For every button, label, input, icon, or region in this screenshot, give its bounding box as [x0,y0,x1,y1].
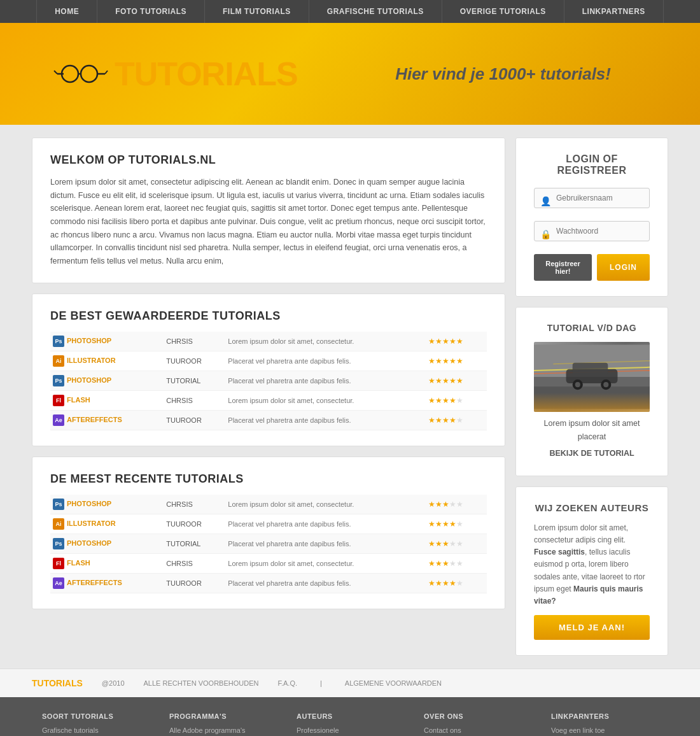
footer-adobe-link[interactable]: Alle Adobe programma's [169,726,276,734]
star-icon: ★ [428,377,435,385]
star-icon: ★ [449,560,456,567]
author-cell: TUUROOR [164,574,225,593]
auteurs-heading: WIJ ZOEKEN AUTEURS [534,502,650,513]
footer-bottom-inner: SOORT TUTORIALS Grafische tutorials Foto… [25,712,675,736]
star-icon: ★ [456,397,463,404]
svg-rect-14 [573,363,608,374]
tutorial-day-caption: Lorem ipsum dolor sit amet placerat [534,417,650,443]
program-name[interactable]: PHOTOSHOP [67,500,111,507]
star-icon: ★ [435,357,442,365]
star-icon: ★ [449,357,456,365]
footer-auteurs-heading: AUTEURS [297,712,403,720]
recent-table: PsPHOTOSHOPCHRSISLorem ipsum dolor sit a… [50,495,487,593]
table-row: PsPHOTOSHOPTUTORIALPlacerat vel pharetra… [50,371,487,391]
desc-cell: Lorem ipsum dolor sit amet, consectetur. [225,391,426,411]
author-cell: CHRSIS [164,391,225,411]
nav-foto[interactable]: FOTO TUTORIALS [97,0,205,23]
username-wrap: 👤 [534,188,650,215]
star-icon: ★ [442,397,449,404]
nav-linkpartners[interactable]: LINKPARTNERS [564,0,664,23]
tutorial-day-heading: TUTORIAL V/D DAG [534,323,650,333]
program-badge: Fl [53,558,64,569]
register-button[interactable]: Registreer hier! [534,254,592,281]
desc-cell: Lorem ipsum dolor sit amet, consectetur. [225,554,426,574]
stars-cell: ★★★★★ [426,391,487,411]
welcome-heading: WELKOM OP TUTORIALS.NL [50,153,487,167]
star-icon: ★ [428,337,435,345]
username-input[interactable] [534,188,650,208]
password-input[interactable] [534,221,650,241]
author-name: TUUROOR [166,520,202,528]
program-name[interactable]: PHOTOSHOP [67,337,111,344]
author-cell: CHRSIS [164,495,225,514]
footer-faq-link[interactable]: F.A.Q. [277,679,297,687]
footer-voorwaarden-link[interactable]: ALGEMENE VOORWAARDEN [345,679,442,687]
star-icon: ★ [449,579,456,587]
rating-stars: ★★★★★ [428,377,463,385]
footer-bottom: SOORT TUTORIALS Grafische tutorials Foto… [0,697,700,736]
footer-professionele-link[interactable]: Professionele [297,726,403,734]
star-icon: ★ [435,397,442,404]
login-button[interactable]: LOGIN [597,254,650,281]
author-cell: CHRSIS [164,554,225,574]
rating-stars: ★★★★★ [428,579,463,587]
star-icon: ★ [435,500,442,508]
footer-logo: TUTORIALS [32,678,83,688]
footer-voeg-link[interactable]: Voeg een link toe [551,726,658,734]
table-row: FlFLASHCHRSISLorem ipsum dolor sit amet,… [50,391,487,411]
best-rated-panel: DE BEST GEWAARDEERDE TUTORIALS PsPHOTOSH… [32,294,505,446]
rating-stars: ★★★★★ [428,560,463,567]
row-desc: Placerat vel pharetra ante dapibus felis… [228,377,351,385]
footer-contact-link[interactable]: Contact ons [424,726,531,734]
tutorial-day-cta[interactable]: BEKIJK DE TUTORIAL [534,447,650,460]
login-buttons: Registreer hier! LOGIN [534,254,650,281]
nav-grafische[interactable]: GRAFISCHE TUTORIALS [309,0,442,23]
stars-cell: ★★★★★ [426,574,487,593]
star-icon: ★ [442,540,449,548]
footer-top-inner: TUTORIALS @2010 ALLE RECHTEN VOORBEHOUDE… [25,678,675,688]
row-desc: Lorem ipsum dolor sit amet, consectetur. [228,337,354,345]
author-cell: TUUROOR [164,351,225,371]
author-name: CHRSIS [166,337,193,345]
footer-logo-accent: IALS [62,678,83,688]
author-cell: TUUROOR [164,411,225,430]
table-row: AeAFTEREFFECTSTUUROORPlacerat vel pharet… [50,411,487,430]
footer-grafische-link[interactable]: Grafische tutorials [42,726,149,734]
desc-cell: Placerat vel pharetra ante dapibus felis… [225,574,426,593]
star-icon: ★ [442,500,449,508]
star-icon: ★ [435,377,442,385]
recent-panel: DE MEEST RECENTE TUTORIALS PsPHOTOSHOPCH… [32,456,505,609]
star-icon: ★ [442,377,449,385]
banner: TUTORIALS Hier vind je 1000+ tutorials! [0,23,700,125]
star-icon: ★ [428,500,435,508]
nav-overige[interactable]: OVERIGE TUTORIALS [442,0,564,23]
program-cell: FlFLASH [50,391,164,411]
best-rated-heading: DE BEST GEWAARDEERDE TUTORIALS [50,309,487,323]
table-row: PsPHOTOSHOPTUTORIALPlacerat vel pharetra… [50,534,487,554]
star-icon: ★ [442,560,449,567]
nav-film[interactable]: FILM TUTORIALS [205,0,309,23]
footer-col-linkpartners: LINKPARNTERS Voeg een link toe Bekijk li… [541,712,668,736]
program-name[interactable]: PHOTOSHOP [67,539,111,547]
program-name[interactable]: FLASH [67,396,90,404]
desc-cell: Placerat vel pharetra ante dapibus felis… [225,534,426,554]
footer-link-heading: LINKPARNTERS [551,712,658,720]
star-icon: ★ [435,416,442,424]
desc-cell: Lorem ipsum dolor sit amet, consectetur. [225,495,426,514]
svg-point-18 [603,382,608,387]
desc-cell: Placerat vel pharetra ante dapibus felis… [225,514,426,534]
nav-home[interactable]: HOME [36,0,97,23]
program-name[interactable]: PHOTOSHOP [67,376,111,384]
program-cell: AiILLUSTRATOR [50,514,164,534]
program-name[interactable]: AFTEREFFECTS [67,416,122,423]
program-name[interactable]: ILLUSTRATOR [67,520,116,527]
meld-button[interactable]: MELD JE AAN! [534,615,650,640]
login-panel: LOGIN OF REGISTREER 👤 🔒 Registreer hier!… [515,138,668,297]
star-icon: ★ [456,560,463,567]
stars-cell: ★★★★★ [426,351,487,371]
program-name[interactable]: FLASH [67,559,90,567]
star-icon: ★ [442,357,449,365]
tutorial-day-image[interactable] [534,342,650,412]
program-name[interactable]: AFTEREFFECTS [67,579,122,586]
program-name[interactable]: ILLUSTRATOR [67,357,116,364]
